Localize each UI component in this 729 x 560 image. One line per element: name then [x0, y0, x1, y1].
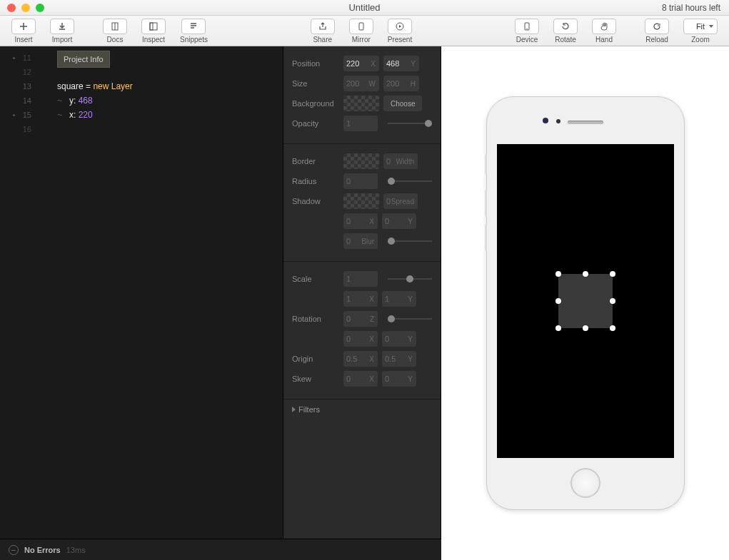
svg-rect-2 [150, 23, 153, 30]
scale-slider[interactable] [388, 278, 432, 280]
svg-point-6 [526, 28, 527, 29]
rotation-x-input[interactable]: 0X [343, 331, 378, 347]
svg-rect-1 [150, 23, 157, 30]
resize-handle[interactable] [610, 325, 615, 331]
line-number: 12 [0, 65, 40, 79]
shadow-xy-row: 0X 0Y [292, 211, 432, 231]
device-frame [486, 96, 685, 510]
close-icon[interactable] [7, 4, 16, 12]
rotation-row: Rotation 0Z [292, 309, 432, 329]
code-line: square = new Layer [40, 79, 283, 93]
scale-xy-row: 1X 1Y [292, 289, 432, 309]
position-row: Position 220X 468Y [292, 54, 432, 73]
shadow-swatch[interactable] [343, 193, 379, 209]
size-h-input[interactable]: 200H [383, 76, 419, 91]
present-button[interactable]: Present [381, 19, 419, 44]
line-number: 13 [0, 79, 40, 93]
layer-square[interactable] [558, 274, 613, 328]
properties-panel: Position 220X 468Y Size 200W 200H Backgr… [283, 46, 441, 560]
scale-row: Scale 1 [292, 269, 432, 289]
insert-button[interactable]: Insert [4, 19, 43, 44]
choose-button[interactable]: Choose [383, 96, 422, 111]
rotation-z-input[interactable]: 0Z [343, 311, 378, 327]
titlebar: Untitled 8 trial hours left [0, 0, 729, 16]
code-line: ~ x: 220 [40, 108, 283, 122]
camera-icon [543, 118, 548, 123]
radius-input[interactable]: 0 [343, 173, 378, 189]
scale-y-input[interactable]: 1Y [382, 291, 416, 307]
home-button[interactable] [570, 468, 600, 498]
mirror-button[interactable]: Mirror [342, 19, 381, 44]
shadow-x-input[interactable]: 0X [343, 213, 378, 229]
opacity-input[interactable]: 1 [343, 116, 378, 131]
shadow-blur-slider[interactable] [388, 240, 432, 242]
resize-handle[interactable] [555, 298, 561, 304]
shadow-blur-row: 0Blur [292, 231, 432, 251]
position-y-input[interactable]: 468Y [383, 56, 419, 71]
device-volume-down [485, 224, 487, 251]
shadow-y-input[interactable]: 0Y [382, 213, 416, 229]
minimize-icon[interactable] [21, 4, 30, 12]
resize-handle[interactable] [555, 325, 561, 331]
shadow-spread-input[interactable]: 0Spread [383, 193, 418, 209]
line-number: 11 [0, 51, 40, 65]
filters-section[interactable]: Filters [283, 399, 441, 419]
device-screen[interactable] [497, 144, 674, 458]
target-icon [9, 545, 19, 555]
line-number: 14 [0, 93, 40, 108]
svg-rect-3 [359, 23, 363, 30]
shadow-blur-input[interactable]: 0Blur [343, 233, 378, 249]
status-label: No Errors [24, 546, 61, 554]
border-swatch[interactable] [343, 153, 379, 169]
hand-button[interactable]: Hand [585, 19, 623, 44]
skew-y-input[interactable]: 0Y [382, 371, 416, 387]
skew-row: Skew 0X 0Y [292, 369, 432, 389]
inspect-button[interactable]: Inspect [134, 19, 173, 44]
line-number: 16 [0, 122, 40, 136]
speaker-icon [568, 121, 603, 124]
device-button[interactable]: Device [508, 19, 546, 44]
position-x-input[interactable]: 220X [343, 56, 379, 71]
docs-button[interactable]: Docs [96, 19, 134, 44]
radius-slider[interactable] [388, 180, 432, 182]
traffic-lights [7, 4, 44, 12]
rotate-button[interactable]: Rotate [546, 19, 585, 44]
background-row: Background Choose [292, 93, 432, 113]
resize-handle[interactable] [583, 325, 588, 331]
project-info-badge[interactable]: Project Info [57, 51, 110, 68]
line-gutter: 11 12 13 14 15 16 [0, 46, 40, 560]
size-w-input[interactable]: 200W [343, 76, 379, 91]
scale-x-input[interactable]: 1X [343, 291, 378, 307]
resize-handle[interactable] [583, 271, 588, 277]
trial-label: 8 trial hours left [662, 3, 720, 13]
resize-handle[interactable] [610, 298, 615, 304]
status-time: 13ms [66, 546, 86, 554]
share-button[interactable]: Share [303, 19, 342, 44]
maximize-icon[interactable] [36, 4, 44, 12]
border-width-input[interactable]: 0Width [383, 153, 418, 169]
origin-row: Origin 0.5X 0.5Y [292, 349, 432, 369]
scale-input[interactable]: 1 [343, 271, 378, 287]
sensor-icon [556, 119, 560, 123]
import-button[interactable]: Import [43, 19, 81, 44]
origin-x-input[interactable]: 0.5X [343, 351, 378, 367]
device-mute-switch [485, 154, 487, 174]
shadow-row: Shadow 0Spread [292, 191, 432, 211]
origin-y-input[interactable]: 0.5Y [382, 351, 416, 367]
resize-handle[interactable] [555, 271, 561, 277]
chevron-right-icon [292, 407, 296, 412]
line-number: 15 [0, 108, 40, 122]
snippets-button[interactable]: Snippets [173, 19, 215, 44]
code-editor[interactable]: Project Info square = new Layer ~ y: 468… [40, 46, 283, 560]
opacity-slider[interactable] [388, 123, 432, 124]
window-title: Untitled [348, 2, 380, 13]
radius-row: Radius 0 [292, 171, 432, 191]
skew-x-input[interactable]: 0X [343, 371, 378, 387]
reload-button[interactable]: Reload [638, 19, 676, 44]
device-preview [441, 46, 729, 560]
rotation-slider[interactable] [388, 318, 432, 320]
rotation-y-input[interactable]: 0Y [382, 331, 416, 347]
background-swatch[interactable] [343, 96, 379, 111]
resize-handle[interactable] [610, 271, 615, 277]
zoom-select[interactable]: FitZoom [676, 19, 725, 44]
